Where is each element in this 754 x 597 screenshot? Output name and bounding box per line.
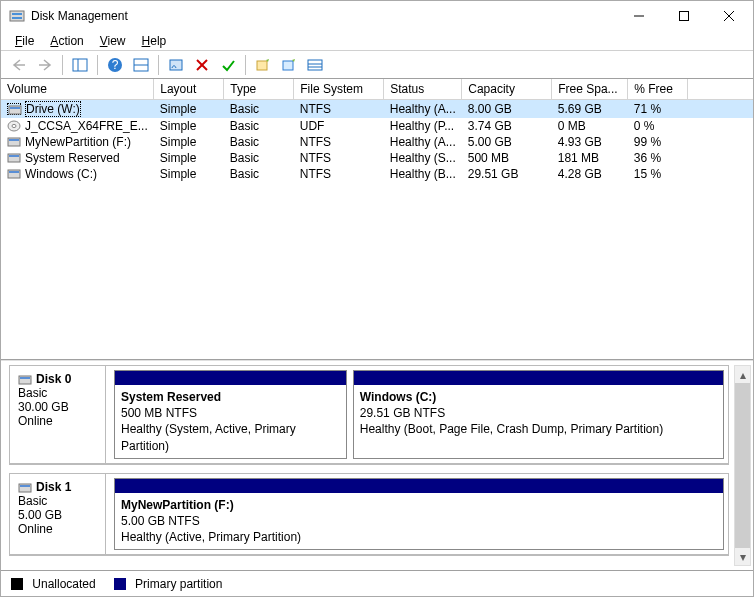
toolbar-panel-button[interactable] xyxy=(68,53,92,77)
volume-name: Drive (W:) xyxy=(25,101,81,117)
disk-label: Disk 0Basic30.00 GBOnline xyxy=(10,366,106,463)
toolbar-new1-button[interactable] xyxy=(251,53,275,77)
menu-view[interactable]: View xyxy=(94,32,132,50)
legend-primary: Primary partition xyxy=(114,577,223,591)
maximize-button[interactable] xyxy=(661,2,706,30)
svg-text:?: ? xyxy=(112,58,119,72)
svg-rect-26 xyxy=(9,139,19,141)
svg-rect-17 xyxy=(283,61,293,70)
svg-point-24 xyxy=(12,124,16,127)
hdd-icon xyxy=(7,152,21,164)
scroll-up-icon[interactable]: ▴ xyxy=(735,366,750,383)
svg-rect-30 xyxy=(9,171,19,173)
svg-rect-1 xyxy=(12,13,22,15)
partition-bar xyxy=(115,479,723,493)
partition-bar xyxy=(354,371,723,385)
table-row[interactable]: System ReservedSimpleBasicNTFSHealthy (S… xyxy=(1,150,753,166)
toolbar-list-button[interactable] xyxy=(303,53,327,77)
col-filesystem[interactable]: File System xyxy=(294,79,384,100)
help-button[interactable]: ? xyxy=(103,53,127,77)
partition[interactable]: MyNewPartition (F:)5.00 GB NTFSHealthy (… xyxy=(114,478,724,551)
back-button[interactable] xyxy=(7,53,31,77)
table-row[interactable]: Windows (C:)SimpleBasicNTFSHealthy (B...… xyxy=(1,166,753,182)
svg-rect-13 xyxy=(170,60,182,70)
title-bar: Disk Management xyxy=(1,1,753,31)
legend-unallocated: Unallocated xyxy=(11,577,96,591)
col-free[interactable]: Free Spa... xyxy=(552,79,628,100)
menu-bar: File Action View Help xyxy=(1,31,753,51)
menu-action[interactable]: Action xyxy=(44,32,89,50)
svg-rect-34 xyxy=(20,485,30,487)
svg-rect-4 xyxy=(679,12,688,21)
toolbar-settings-button[interactable] xyxy=(164,53,188,77)
hdd-icon xyxy=(18,482,32,494)
svg-rect-16 xyxy=(257,61,267,70)
hdd-icon xyxy=(7,103,21,115)
col-layout[interactable]: Layout xyxy=(154,79,224,100)
volume-name: System Reserved xyxy=(25,151,120,165)
table-row[interactable]: Drive (W:)SimpleBasicNTFSHealthy (A...8.… xyxy=(1,100,753,119)
table-row[interactable]: MyNewPartition (F:)SimpleBasicNTFSHealth… xyxy=(1,134,753,150)
svg-rect-0 xyxy=(10,11,24,21)
col-volume[interactable]: Volume xyxy=(1,79,154,100)
toolbar-top-bottom-button[interactable] xyxy=(129,53,153,77)
partition[interactable]: Windows (C:)29.51 GB NTFSHealthy (Boot, … xyxy=(353,370,724,459)
col-spacer xyxy=(688,79,753,100)
col-pct[interactable]: % Free xyxy=(628,79,688,100)
partition-bar xyxy=(115,371,346,385)
disc-icon xyxy=(7,120,21,132)
volume-name: Windows (C:) xyxy=(25,167,97,181)
svg-rect-7 xyxy=(73,59,87,71)
scroll-thumb[interactable] xyxy=(735,383,750,548)
scroll-down-icon[interactable]: ▾ xyxy=(735,548,750,565)
hdd-icon xyxy=(18,374,32,386)
legend-primary-swatch xyxy=(114,578,126,590)
hdd-icon xyxy=(7,136,21,148)
col-type[interactable]: Type xyxy=(224,79,294,100)
minimize-button[interactable] xyxy=(616,2,661,30)
col-status[interactable]: Status xyxy=(384,79,462,100)
table-row[interactable]: J_CCSA_X64FRE_E...SimpleBasicUDFHealthy … xyxy=(1,118,753,134)
svg-rect-22 xyxy=(10,107,20,109)
toolbar-new2-button[interactable] xyxy=(277,53,301,77)
volume-list-pane: Volume Layout Type File System Status Ca… xyxy=(1,79,753,360)
partition[interactable]: System Reserved500 MB NTFSHealthy (Syste… xyxy=(114,370,347,459)
menu-file[interactable]: File xyxy=(9,32,40,50)
volume-name: J_CCSA_X64FRE_E... xyxy=(25,119,148,133)
svg-rect-2 xyxy=(12,17,22,19)
disk-label: Disk 1Basic5.00 GBOnline xyxy=(10,474,106,555)
delete-button[interactable] xyxy=(190,53,214,77)
legend-unallocated-swatch xyxy=(11,578,23,590)
volume-table: Volume Layout Type File System Status Ca… xyxy=(1,79,753,182)
toolbar: ? xyxy=(1,51,753,79)
svg-rect-28 xyxy=(9,155,19,157)
vertical-scrollbar[interactable]: ▴ ▾ xyxy=(734,365,751,566)
toolbar-check-button[interactable] xyxy=(216,53,240,77)
window-title: Disk Management xyxy=(31,9,616,23)
graphical-view: Disk 0Basic30.00 GBOnlineSystem Reserved… xyxy=(1,360,753,570)
disk-row: Disk 1Basic5.00 GBOnlineMyNewPartition (… xyxy=(9,473,729,557)
legend: Unallocated Primary partition xyxy=(1,570,753,596)
volume-name: MyNewPartition (F:) xyxy=(25,135,131,149)
menu-help[interactable]: Help xyxy=(136,32,173,50)
app-icon xyxy=(9,8,25,24)
hdd-icon xyxy=(7,168,21,180)
close-button[interactable] xyxy=(706,2,751,30)
svg-rect-32 xyxy=(20,377,30,379)
forward-button[interactable] xyxy=(33,53,57,77)
col-capacity[interactable]: Capacity xyxy=(462,79,552,100)
disk-row: Disk 0Basic30.00 GBOnlineSystem Reserved… xyxy=(9,365,729,465)
svg-rect-18 xyxy=(308,60,322,70)
